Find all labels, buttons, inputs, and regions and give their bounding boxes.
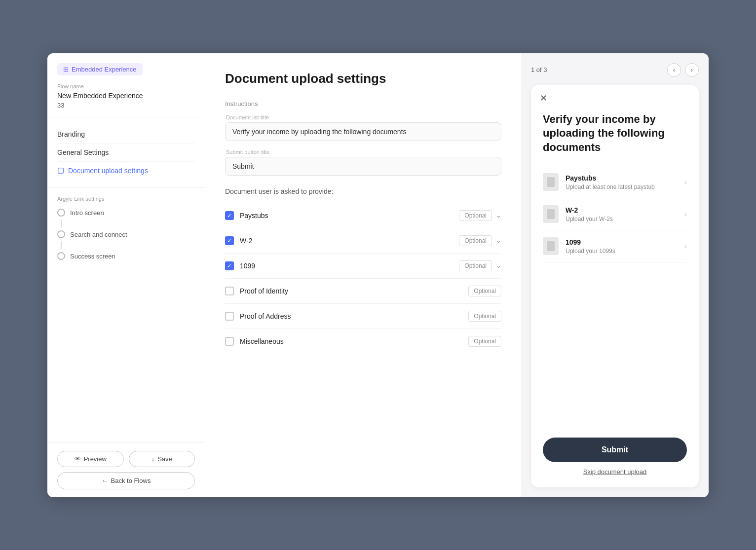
preview-button-label: Preview bbox=[84, 455, 107, 463]
preview-doc-info-paystubs: Paystubs Upload at least one latest pays… bbox=[566, 174, 684, 190]
doc-label-proof-identity: Proof of Identity bbox=[240, 287, 288, 295]
preview-doc-name-1099: 1099 bbox=[566, 238, 684, 246]
doc-label-proof-address: Proof of Address bbox=[240, 312, 291, 320]
doc-user-label: Document user is asked to provide: bbox=[225, 187, 501, 195]
preview-heading: Verify your income by uploading the foll… bbox=[543, 112, 687, 155]
doc-upload-settings-label: Document upload settings bbox=[68, 167, 148, 175]
doc-label-w2: W-2 bbox=[240, 237, 252, 245]
flow-name-value: New Embedded Experience bbox=[57, 91, 195, 101]
documents-list: ✓ Paystubs Optional ⌄ ✓ W-2 Optional ⌄ bbox=[225, 203, 501, 354]
sidebar-item-general-settings[interactable]: General Settings bbox=[57, 144, 195, 162]
doc-item-proof-address: Proof of Address Optional bbox=[225, 304, 501, 329]
preview-nav-buttons: ‹ › bbox=[667, 63, 699, 77]
chevron-right-1099: › bbox=[684, 242, 687, 250]
doc-item-1099: ✓ 1099 Optional ⌄ bbox=[225, 254, 501, 279]
save-button-label: Save bbox=[157, 455, 172, 463]
instructions-label: Instructions bbox=[225, 100, 501, 108]
checkbox-paystubs[interactable]: ✓ bbox=[225, 211, 234, 220]
doc-item-proof-identity: Proof of Identity Optional bbox=[225, 279, 501, 304]
doc-label-paystubs: Paystubs bbox=[240, 212, 268, 220]
preview-doc-paystubs[interactable]: Paystubs Upload at least one latest pays… bbox=[543, 166, 687, 198]
sidebar-navigation: Branding General Settings Document uploa… bbox=[47, 117, 205, 188]
preview-skip-link[interactable]: Skip document upload bbox=[543, 468, 687, 476]
preview-submit-button[interactable]: Submit bbox=[543, 438, 687, 462]
step-search-connect[interactable]: Search and connect bbox=[57, 227, 195, 241]
optional-badge-1099: Optional bbox=[459, 260, 492, 271]
preview-doc-1099[interactable]: 1099 Upload your 1099s › bbox=[543, 230, 687, 262]
step-intro-screen[interactable]: Intro screen bbox=[57, 206, 195, 220]
step-label-success: Success screen bbox=[70, 253, 115, 260]
step-label-intro: Intro screen bbox=[70, 209, 104, 217]
preview-page-indicator: 1 of 3 bbox=[531, 66, 547, 73]
doc-item-paystubs: ✓ Paystubs Optional ⌄ bbox=[225, 203, 501, 228]
preview-doc-desc-paystubs: Upload at least one latest paystub bbox=[566, 183, 684, 190]
preview-doc-info-1099: 1099 Upload your 1099s bbox=[566, 238, 684, 255]
optional-badge-miscellaneous: Optional bbox=[468, 336, 501, 347]
flow-steps: Intro screen Search and connect Success … bbox=[47, 206, 205, 273]
doc-label-miscellaneous: Miscellaneous bbox=[240, 337, 284, 345]
main-content: Document upload settings Instructions Do… bbox=[205, 53, 521, 497]
preview-panel: 1 of 3 ‹ › ✕ Verify your income by uploa… bbox=[521, 53, 709, 497]
doc-list-title-label: Document list title bbox=[225, 114, 501, 120]
badge-icon: ⊞ bbox=[63, 66, 69, 73]
doc-file-icon-w2 bbox=[543, 205, 559, 223]
preview-card: ✕ Verify your income by uploading the fo… bbox=[531, 85, 699, 487]
step-circle-intro bbox=[57, 209, 65, 217]
chevron-down-w2[interactable]: ⌄ bbox=[496, 237, 501, 244]
argyle-settings-label: Argyle Link settings bbox=[57, 196, 195, 202]
preview-doc-w2[interactable]: W-2 Upload your W-2s › bbox=[543, 198, 687, 230]
doc-item-w2: ✓ W-2 Optional ⌄ bbox=[225, 228, 501, 254]
doc-list-title-input[interactable] bbox=[225, 122, 501, 141]
back-arrow-icon: ← bbox=[102, 477, 108, 484]
back-to-flows-button[interactable]: ← Back to Flows bbox=[57, 472, 195, 489]
doc-file-icon-1099 bbox=[543, 237, 559, 255]
optional-badge-w2: Optional bbox=[459, 235, 492, 246]
submit-button-title-label: Submit button title bbox=[225, 149, 501, 155]
preview-doc-name-paystubs: Paystubs bbox=[566, 174, 684, 182]
checkbox-proof-address[interactable] bbox=[225, 312, 234, 321]
badge-label: Embedded Experience bbox=[72, 66, 137, 73]
submit-button-title-input[interactable] bbox=[225, 157, 501, 176]
preview-doc-desc-w2: Upload your W-2s bbox=[566, 216, 684, 222]
preview-button[interactable]: 👁 Preview bbox=[57, 451, 124, 467]
embedded-badge: ⊞ Embedded Experience bbox=[57, 63, 143, 75]
preview-doc-desc-1099: Upload your 1099s bbox=[566, 248, 684, 255]
step-circle-search bbox=[57, 230, 65, 238]
chevron-right-paystubs: › bbox=[684, 178, 687, 186]
sidebar: ⊞ Embedded Experience Flow name New Embe… bbox=[47, 53, 205, 497]
chevron-right-w2: › bbox=[684, 210, 687, 218]
sidebar-item-document-upload-settings[interactable]: Document upload settings bbox=[57, 162, 195, 180]
flow-name-label: Flow name bbox=[57, 83, 195, 89]
checkbox-1099[interactable]: ✓ bbox=[225, 261, 234, 270]
step-connector-1 bbox=[61, 220, 62, 227]
sidebar-bottom: 👁 Preview ↓ Save ← Back to Flows bbox=[47, 442, 205, 497]
preview-doc-name-w2: W-2 bbox=[566, 206, 684, 214]
step-success-screen[interactable]: Success screen bbox=[57, 249, 195, 263]
back-button-label: Back to Flows bbox=[111, 477, 151, 484]
submit-button-title-group: Submit button title bbox=[225, 149, 501, 176]
doc-item-miscellaneous: Miscellaneous Optional bbox=[225, 329, 501, 354]
chevron-down-paystubs[interactable]: ⌄ bbox=[496, 212, 501, 219]
doc-file-icon-paystubs bbox=[543, 173, 559, 191]
step-connector-2 bbox=[61, 241, 62, 249]
preview-submit-section: Submit Skip document upload bbox=[543, 428, 687, 476]
preview-doc-info-w2: W-2 Upload your W-2s bbox=[566, 206, 684, 222]
checkbox-w2[interactable]: ✓ bbox=[225, 236, 234, 245]
optional-badge-proof-address: Optional bbox=[468, 311, 501, 322]
sidebar-item-branding[interactable]: Branding bbox=[57, 125, 195, 144]
preview-docs-list: Paystubs Upload at least one latest pays… bbox=[543, 166, 687, 262]
optional-badge-paystubs: Optional bbox=[459, 210, 492, 221]
step-label-search: Search and connect bbox=[70, 231, 127, 238]
close-icon[interactable]: ✕ bbox=[540, 94, 547, 103]
flow-number: 33 bbox=[57, 102, 195, 109]
step-circle-success bbox=[57, 252, 65, 260]
chevron-down-1099[interactable]: ⌄ bbox=[496, 262, 501, 269]
checkbox-proof-identity[interactable] bbox=[225, 287, 234, 295]
checkbox-miscellaneous[interactable] bbox=[225, 337, 234, 346]
doc-label-1099: 1099 bbox=[240, 262, 255, 270]
page-title: Document upload settings bbox=[225, 71, 501, 86]
preview-next-button[interactable]: › bbox=[685, 63, 699, 77]
preview-prev-button[interactable]: ‹ bbox=[667, 63, 681, 77]
save-button[interactable]: ↓ Save bbox=[129, 451, 195, 467]
optional-badge-proof-identity: Optional bbox=[468, 286, 501, 296]
